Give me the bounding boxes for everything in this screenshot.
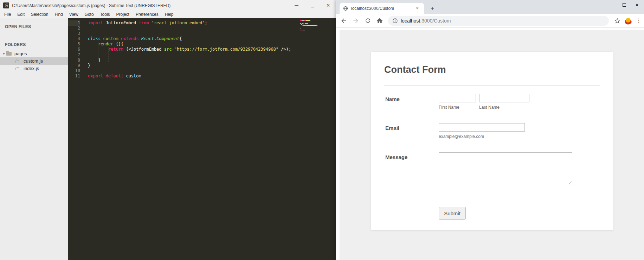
line-number: 7 [68, 52, 80, 58]
menu-item-find[interactable]: Find [51, 11, 66, 18]
form-divider [384, 85, 600, 86]
submit-button[interactable]: Submit [439, 207, 466, 220]
maximize-button[interactable] [304, 0, 320, 11]
info-icon[interactable] [392, 18, 398, 24]
code-line-2: 2 [68, 26, 336, 31]
indent-guide [98, 42, 98, 63]
menu-item-edit[interactable]: Edit [14, 11, 28, 18]
sublime-window: S C:\Users\Master\nextsite\pages\custom.… [0, 0, 336, 260]
line-number: 9 [68, 63, 80, 68]
sublime-logo-icon: S [3, 2, 9, 8]
browser-menu-button[interactable]: ⋮ [636, 17, 642, 24]
menu-item-help[interactable]: Help [162, 11, 177, 18]
tab-close-icon[interactable]: ✕ [414, 5, 420, 11]
reload-icon [365, 17, 371, 24]
close-icon: ✕ [635, 3, 639, 7]
close-button[interactable]: ✕ [320, 0, 336, 11]
sublime-body: OPEN FILES FOLDERS ▾ pages /*custom.js/*… [0, 18, 336, 260]
menu-item-tools[interactable]: Tools [97, 11, 113, 18]
menu-item-preferences[interactable]: Preferences [133, 11, 162, 18]
code-line-1: 1import JotformEmbed from 'react-jotform… [68, 20, 336, 26]
folders-heading: FOLDERS [0, 42, 68, 47]
forward-button[interactable] [352, 17, 360, 25]
minimize-icon [610, 5, 614, 5]
browser-tabbar: localhost:3000/Custom ✕ + ✕ [336, 0, 644, 14]
home-button[interactable] [375, 17, 384, 25]
browser-window: localhost:3000/Custom ✕ + ✕ [336, 0, 644, 260]
email-label: Email [385, 125, 399, 131]
browser-tab[interactable]: localhost:3000/Custom ✕ [340, 3, 424, 14]
url-path: :3000/Custom [420, 18, 451, 24]
minimize-icon [295, 5, 298, 6]
navbar-right-icons: ⋮ [614, 16, 642, 25]
url-host: localhost [401, 18, 420, 24]
menu-item-goto[interactable]: Goto [82, 11, 97, 18]
line-number: 11 [68, 74, 80, 79]
email-input[interactable] [439, 123, 525, 132]
desktop: S C:\Users\Master\nextsite\pages\custom.… [0, 0, 644, 260]
maximize-icon [311, 4, 314, 7]
minimize-button[interactable] [605, 0, 618, 10]
sublime-sidebar: OPEN FILES FOLDERS ▾ pages /*custom.js/*… [0, 18, 68, 260]
code-line-3: 3 [68, 31, 336, 36]
browser-window-controls: ✕ [605, 0, 643, 10]
first-name-input[interactable] [439, 94, 476, 102]
reload-button[interactable] [363, 17, 372, 25]
email-hint: example@example.com [439, 134, 484, 139]
profile-avatar[interactable] [624, 16, 633, 25]
globe-favicon-icon [343, 6, 348, 11]
url-bar[interactable]: localhost:3000/Custom [388, 16, 609, 26]
code-line-10: 10 [68, 68, 336, 74]
message-label: Message [385, 154, 407, 160]
forward-arrow-icon [352, 17, 359, 24]
last-name-input[interactable] [479, 94, 529, 102]
indent-guide [108, 47, 109, 63]
folder-icon [6, 52, 12, 56]
home-icon [376, 17, 383, 24]
line-number: 5 [68, 42, 80, 47]
new-tab-button[interactable]: + [428, 4, 437, 13]
browser-navbar: localhost:3000/Custom ⋮ [336, 14, 644, 28]
menu-item-file[interactable]: File [1, 11, 14, 18]
sublime-titlebar[interactable]: S C:\Users\Master\nextsite\pages\custom.… [0, 0, 336, 11]
disclosure-triangle-icon[interactable]: ▾ [1, 52, 6, 56]
line-number: 10 [68, 68, 80, 74]
code-line-4: 4class custom extends React.Component{ [68, 36, 336, 42]
line-number: 2 [68, 26, 80, 31]
message-textarea[interactable] [439, 152, 572, 185]
browser-content: Contact Form Name First Name Last Name E… [336, 28, 644, 260]
close-button[interactable]: ✕ [631, 0, 643, 10]
sidebar-file-custom.js[interactable]: /*custom.js [0, 57, 68, 65]
code-line-11: 11export default custom [68, 74, 336, 79]
back-arrow-icon [340, 17, 347, 24]
minimize-button[interactable] [289, 0, 304, 11]
last-name-sublabel: Last Name [479, 105, 500, 110]
maximize-button[interactable] [618, 0, 631, 10]
menu-item-selection[interactable]: Selection [28, 11, 51, 18]
line-number: 6 [68, 47, 80, 52]
contact-form-card: Contact Form Name First Name Last Name E… [371, 52, 613, 230]
sublime-window-controls: ✕ [289, 0, 336, 11]
folder-name: pages [14, 51, 27, 56]
code-editor[interactable]: 1import JotformEmbed from 'react-jotform… [68, 18, 336, 260]
menu-item-view[interactable]: View [66, 11, 82, 18]
minimap[interactable] [300, 20, 323, 32]
sublime-menubar: FileEditSelectionFindViewGotoToolsProjec… [0, 11, 336, 18]
back-button[interactable] [340, 17, 348, 25]
form-title: Contact Form [384, 64, 446, 75]
line-number: 1 [68, 20, 80, 26]
bookmark-star-icon[interactable] [614, 17, 621, 24]
menu-item-project[interactable]: Project [113, 11, 133, 18]
code-line-9: 9} [68, 63, 336, 68]
file-icon: /* [13, 66, 20, 71]
file-name: custom.js [24, 58, 43, 64]
sublime-window-title: C:\Users\Master\nextsite\pages\custom.js… [12, 3, 170, 8]
file-name: index.js [24, 66, 39, 71]
line-number: 3 [68, 31, 80, 36]
sidebar-folder-pages[interactable]: ▾ pages [0, 50, 68, 57]
sidebar-file-index.js[interactable]: /*index.js [0, 65, 68, 72]
jotform-embed-background: Contact Form Name First Name Last Name E… [340, 30, 644, 260]
line-number: 8 [68, 58, 80, 63]
first-name-sublabel: First Name [439, 105, 459, 110]
tab-title: localhost:3000/Custom [351, 6, 414, 11]
